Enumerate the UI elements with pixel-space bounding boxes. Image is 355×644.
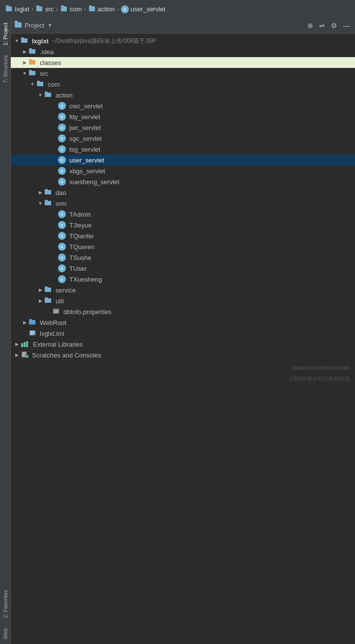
xuesheng-label: xuesheng_servlet <box>69 178 119 186</box>
tree-tadmin[interactable]: c TAdmin <box>11 209 355 220</box>
panel-dropdown-arrow[interactable]: ▼ <box>47 23 52 28</box>
tree-service[interactable]: service <box>11 285 355 295</box>
tree-dbinfo[interactable]: dbInfo.properties <box>11 306 355 317</box>
iml-label: lxglxt.iml <box>40 330 64 337</box>
tab-project[interactable]: 1: Project <box>0 18 10 50</box>
svg-rect-31 <box>56 310 58 311</box>
arrow-xbgs <box>50 167 58 175</box>
tree-root[interactable]: lxglxt ~/Desktop/java源码/未上传/008基于JSP <box>11 35 355 46</box>
classes-folder-icon <box>29 59 36 66</box>
tree-ext-libs[interactable]: External Libraries <box>11 339 355 350</box>
dbinfo-label: dbInfo.properties <box>63 308 112 316</box>
svg-rect-4 <box>61 6 67 11</box>
tree-tuser[interactable]: c TUser <box>11 263 355 274</box>
xbgs-class-icon: c <box>58 167 66 175</box>
tree-idea[interactable]: .idea <box>11 46 355 57</box>
breadcrumb-folder-icon2 <box>35 5 43 13</box>
breadcrumb-com[interactable]: com <box>70 5 82 13</box>
tree-txuesheng[interactable]: c TXuesheng <box>11 274 355 285</box>
root-subtitle: ~/Desktop/java源码/未上传/008基于JSP <box>52 37 156 45</box>
idea-folder-icon <box>29 48 36 56</box>
tree-orm[interactable]: orm <box>11 198 355 209</box>
action-folder-icon <box>44 91 52 99</box>
breadcrumb-sep3: › <box>84 5 86 13</box>
tadmin-label: TAdmin <box>69 211 91 218</box>
svg-rect-1 <box>6 5 9 7</box>
ext-icon <box>21 340 30 349</box>
service-folder-icon <box>44 286 52 294</box>
tree-dao[interactable]: dao <box>11 187 355 198</box>
breadcrumb-src[interactable]: src <box>45 5 54 13</box>
tsushe-label: TSushe <box>69 254 91 261</box>
arrow-util <box>36 297 44 305</box>
arrow-com <box>29 80 36 88</box>
svg-rect-9 <box>21 37 24 39</box>
tree-fdy-servlet[interactable]: c fdy_servlet <box>11 111 355 122</box>
breadcrumb-class-icon: c <box>121 5 129 13</box>
svg-rect-35 <box>29 319 32 321</box>
svg-rect-22 <box>45 201 51 205</box>
tree-jwc-servlet[interactable]: c jwc_servlet <box>11 122 355 133</box>
tuser-class-icon: c <box>58 264 66 272</box>
src-label: src <box>40 70 48 77</box>
breadcrumb-user-servlet[interactable]: user_servlet <box>131 5 166 13</box>
tab-favorites[interactable]: 2: Favorites <box>0 585 10 623</box>
svg-rect-8 <box>21 38 28 43</box>
tree-tqueren[interactable]: c TQueren <box>11 241 355 252</box>
breadcrumb-lxglxt[interactable]: lxglxt <box>15 5 30 13</box>
tjieyue-class-icon: c <box>58 221 66 229</box>
dao-label: dao <box>56 189 66 196</box>
tree-tjieyue[interactable]: c TJieyue <box>11 220 355 230</box>
idea-label: .idea <box>40 48 54 56</box>
tree-iml[interactable]: lxglxt.iml <box>11 328 355 339</box>
svg-rect-44 <box>23 353 26 354</box>
tab-structure[interactable]: 7: Structure <box>0 50 10 88</box>
svg-rect-39 <box>30 334 32 335</box>
tree-cwc-servlet[interactable]: c cwc_servlet <box>11 100 355 111</box>
tree-tsg-servlet[interactable]: c tsg_servlet <box>11 144 355 155</box>
svg-rect-42 <box>26 341 28 347</box>
tree-classes[interactable]: classes <box>11 57 355 68</box>
xuesheng-class-icon: c <box>58 178 66 186</box>
tree-util[interactable]: util <box>11 295 355 306</box>
tuser-label: TUser <box>69 265 87 272</box>
tree-sgc-servlet[interactable]: c sgc_servlet <box>11 133 355 144</box>
tree-webroot[interactable]: WebRoot <box>11 317 355 328</box>
tree-user-servlet[interactable]: c user_servlet <box>11 155 355 165</box>
txuesheng-class-icon: c <box>58 275 66 283</box>
tsg-class-icon: c <box>58 145 66 153</box>
tree-tqianfei[interactable]: c TQianfei <box>11 230 355 241</box>
tree-scratches[interactable]: Scratches and Consoles <box>11 350 355 360</box>
svg-rect-41 <box>24 342 26 347</box>
svg-rect-30 <box>54 312 55 313</box>
svg-rect-34 <box>29 320 35 324</box>
scratches-icon <box>21 351 29 359</box>
webroot-label: WebRoot <box>40 319 66 326</box>
svg-rect-14 <box>29 71 35 75</box>
settings-icon[interactable]: ⚙ <box>330 21 338 31</box>
panel-title: Project <box>25 22 44 29</box>
action-label: action <box>56 92 73 99</box>
tree-src[interactable]: src <box>11 68 355 79</box>
tree-xbgs-servlet[interactable]: c xbgs_servlet <box>11 165 355 176</box>
tsushe-class-icon: c <box>58 254 66 261</box>
tree-xuesheng-servlet[interactable]: c xuesheng_servlet <box>11 176 355 187</box>
align-icon[interactable]: ⇌ <box>318 21 326 31</box>
panel-folder-icon <box>15 22 22 29</box>
arrow-root <box>13 37 21 45</box>
xbgs-label: xbgs_servlet <box>69 167 105 175</box>
svg-rect-33 <box>56 312 57 313</box>
crosshair-icon[interactable]: ⊕ <box>306 21 314 31</box>
svg-rect-6 <box>89 6 95 11</box>
arrow-sgc <box>50 134 58 142</box>
tree-tsushe[interactable]: c TSushe <box>11 252 355 263</box>
breadcrumb-action[interactable]: action <box>98 5 115 13</box>
project-tree: lxglxt ~/Desktop/java源码/未上传/008基于JSP .id… <box>11 33 355 644</box>
tab-web[interactable]: Web <box>0 623 10 644</box>
tree-action[interactable]: action <box>11 90 355 100</box>
arrow-webroot <box>21 319 29 326</box>
minimize-icon[interactable]: — <box>342 21 351 31</box>
svg-rect-15 <box>29 70 32 71</box>
tree-com[interactable]: com <box>11 79 355 90</box>
svg-rect-26 <box>45 298 51 303</box>
